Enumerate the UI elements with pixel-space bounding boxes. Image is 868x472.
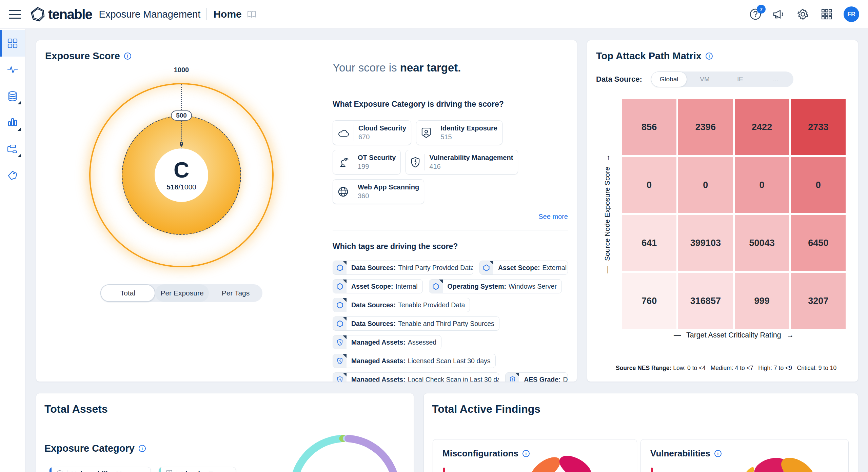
heatmap-cell[interactable]: 0: [678, 157, 733, 213]
chip-label: Identity Exposure: [181, 470, 236, 472]
notification-badge: 7: [757, 5, 766, 14]
database-icon: [8, 91, 17, 101]
docs-book-icon[interactable]: [247, 11, 256, 18]
heatmap-cell[interactable]: 316857: [678, 273, 733, 329]
data-source-tab-vm[interactable]: VM: [687, 71, 723, 87]
category-name: OT Security: [358, 154, 396, 162]
tag-chip[interactable]: Asset Scope:Internal: [333, 279, 423, 293]
divider: [353, 183, 353, 200]
attack-path-icon: [7, 144, 18, 154]
info-icon[interactable]: i: [139, 445, 146, 452]
data-source-tab-[interactable]: ...: [758, 71, 793, 87]
category-text: Identity Exposure515: [440, 124, 497, 141]
menu-hamburger-icon[interactable]: [9, 10, 21, 19]
sidebar-item-database[interactable]: [0, 83, 25, 109]
category-card-vulnerability-management[interactable]: Vulnerability Management416: [406, 150, 518, 175]
tag-value: Windows Server: [509, 283, 557, 290]
asset-chip-identity-exposure[interactable]: Identity Exposure: [159, 467, 236, 472]
total-active-findings-title: Total Active Findings: [432, 403, 540, 415]
data-source-tabs: GlobalVMIE...: [651, 71, 793, 87]
sidebar-item-activity[interactable]: [0, 57, 25, 83]
heatmap-cell[interactable]: 760: [622, 273, 676, 329]
vulnerability-shield-icon: [411, 157, 420, 168]
exposure-score-card: Exposure Score i 1000 500 0 C 518/1000 T…: [36, 40, 577, 382]
tag-chip[interactable]: Data Sources:Tenable and Third Party Sou…: [333, 316, 499, 331]
tenable-logo[interactable]: tenable: [30, 6, 92, 22]
score-view-tabs: TotalPer ExposurePer Tags: [100, 284, 262, 302]
help-button[interactable]: 7: [749, 7, 762, 21]
tab-per-tags[interactable]: Per Tags: [209, 284, 262, 302]
category-score: 670: [358, 133, 406, 141]
heatmap-cell[interactable]: 0: [791, 157, 846, 213]
tag-value: D: [563, 376, 568, 382]
heatmap-cell[interactable]: 641: [622, 215, 676, 271]
heatmap-cell[interactable]: 2396: [678, 99, 733, 155]
tag-chip[interactable]: Data Sources:Third Party Provided Data: [333, 261, 473, 275]
axis-dash: —: [603, 266, 611, 273]
info-icon[interactable]: i: [124, 53, 131, 60]
heatmap-cell[interactable]: 50043: [735, 215, 789, 271]
heatmap-cell[interactable]: 0: [735, 157, 789, 213]
user-avatar[interactable]: FR: [844, 6, 859, 22]
score-number: 518: [166, 183, 178, 191]
data-source-tab-ie[interactable]: IE: [723, 71, 758, 87]
tag-chip[interactable]: Managed Assets:Local Check Scan in Last …: [333, 372, 499, 382]
divider: [354, 124, 354, 141]
announcements-button[interactable]: [772, 7, 786, 21]
tags-question: Which tags are driving the score?: [333, 242, 568, 251]
heatmap-cell[interactable]: 999: [735, 273, 789, 329]
tab-per-exposure[interactable]: Per Exposure: [155, 284, 209, 302]
heatmap-cell[interactable]: 856: [622, 99, 676, 155]
asset-chip-vulnerability-management[interactable]: Vulnerability Management: [49, 467, 151, 472]
tag-chip[interactable]: Data Sources:Tenable Provided Data: [333, 298, 470, 312]
tag-text: Data Sources:Tenable and Third Party Sou…: [347, 317, 499, 330]
category-card-identity-exposure[interactable]: Identity Exposure515: [416, 120, 502, 145]
tag-icon-box: [429, 280, 443, 293]
category-card-cloud-security[interactable]: Cloud Security670: [333, 120, 411, 145]
info-icon[interactable]: i: [714, 450, 722, 457]
heatmap-cell[interactable]: 6450: [791, 215, 846, 271]
sidebar-item-tag[interactable]: [0, 162, 25, 189]
category-card-web-app-scanning[interactable]: Web App Scanning360: [333, 179, 424, 204]
sidebar-item-bar-chart[interactable]: [0, 109, 25, 136]
tag-chip[interactable]: AES Grade:D: [505, 372, 568, 382]
settings-button[interactable]: [796, 7, 810, 21]
sidebar-item-dashboard-grid[interactable]: [0, 30, 25, 57]
tag-chip[interactable]: Asset Scope:External: [479, 261, 568, 275]
tab-total[interactable]: Total: [100, 284, 155, 302]
heatmap-cell[interactable]: 399103: [678, 215, 733, 271]
tag-icon-box: [333, 354, 347, 368]
total-active-findings-card: Total Active Findings Misconfigurations …: [423, 393, 858, 472]
category-name: Cloud Security: [358, 124, 406, 132]
exposure-category-subtitle-text: Exposure Category: [44, 443, 135, 454]
score-max: /1000: [178, 183, 196, 191]
tag-chip[interactable]: Managed Assets:Assessed: [333, 335, 441, 349]
category-score: 416: [429, 163, 513, 170]
vulnerabilities-severity-chart: [737, 455, 819, 472]
activity-icon: [7, 65, 18, 74]
heatmap-cell[interactable]: 2733: [791, 99, 846, 155]
heatmap-cell[interactable]: 3207: [791, 273, 846, 329]
hexagon-icon: [336, 320, 343, 327]
category-name: Web App Scanning: [358, 183, 419, 191]
info-icon[interactable]: i: [706, 53, 713, 60]
tag-chip[interactable]: Operating System:Windows Server: [429, 279, 562, 293]
heatmap-cell[interactable]: 0: [622, 157, 676, 213]
category-card-ot-security[interactable]: OT Security199: [333, 150, 401, 175]
data-source-tab-global[interactable]: Global: [651, 71, 687, 87]
tag-label: Managed Assets:: [351, 338, 406, 346]
cloud-icon: [338, 128, 349, 137]
exposure-score-title: Exposure Score i: [45, 50, 131, 62]
tag-label: Data Sources:: [351, 301, 396, 309]
heatmap-cell[interactable]: 2422: [735, 99, 789, 155]
identity-icon: [166, 470, 173, 472]
hexagon-icon: [336, 302, 343, 309]
headline-emphasis: near target.: [400, 61, 461, 74]
categories-see-more-link[interactable]: See more: [333, 213, 568, 221]
app-switcher-button[interactable]: [820, 7, 833, 21]
tag-chip[interactable]: Managed Assets:Licensed Scan Last 30 day…: [333, 354, 496, 368]
tag-icon: [7, 170, 18, 181]
submenu-caret-icon: [18, 128, 21, 131]
tag-icon-box: [480, 261, 493, 274]
sidebar-item-attack-path[interactable]: [0, 136, 25, 162]
